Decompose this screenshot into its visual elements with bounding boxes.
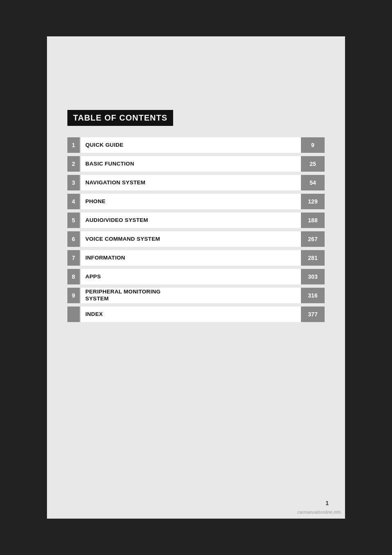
toc-row: 2BASIC FUNCTION25 [67, 156, 325, 172]
toc-entry-label[interactable]: INFORMATION [80, 250, 301, 266]
watermark: carmanualsonline.info [297, 510, 341, 515]
toc-entry-page: 188 [301, 213, 325, 228]
toc-entry-page: 316 [301, 288, 325, 303]
toc-entry-page: 9 [301, 137, 325, 153]
toc-entry-page: 25 [301, 156, 325, 172]
toc-title: TABLE OF CONTENTS [67, 110, 173, 126]
toc-entry-page: 54 [301, 175, 325, 190]
toc-entry-page: 267 [301, 231, 325, 247]
toc-entry-page: 377 [301, 307, 325, 322]
toc-entry-number: 7 [67, 250, 80, 266]
toc-row: 5AUDIO/VIDEO SYSTEM188 [67, 213, 325, 228]
toc-entry-label[interactable]: PERIPHERAL MONITORINGSYSTEM [80, 288, 301, 303]
toc-entry-number: 4 [67, 194, 80, 209]
toc-list: 1QUICK GUIDE92BASIC FUNCTION253NAVIGATIO… [67, 137, 325, 322]
toc-entry-number: 5 [67, 213, 80, 228]
toc-row: 9PERIPHERAL MONITORINGSYSTEM316 [67, 288, 325, 303]
toc-entry-label[interactable]: QUICK GUIDE [80, 137, 301, 153]
toc-row: 6VOICE COMMAND SYSTEM267 [67, 231, 325, 247]
toc-entry-label[interactable]: VOICE COMMAND SYSTEM [80, 231, 301, 247]
toc-row: 3NAVIGATION SYSTEM54 [67, 175, 325, 190]
toc-entry-label[interactable]: APPS [80, 269, 301, 284]
toc-entry-page: 281 [301, 250, 325, 266]
toc-entry-number: 3 [67, 175, 80, 190]
toc-entry-number: 6 [67, 231, 80, 247]
toc-entry-number: 1 [67, 137, 80, 153]
toc-row: 8APPS303 [67, 269, 325, 284]
toc-entry-number: 8 [67, 269, 80, 284]
toc-entry-label[interactable]: INDEX [80, 307, 301, 322]
toc-entry-number: 9 [67, 288, 80, 303]
toc-entry-label[interactable]: BASIC FUNCTION [80, 156, 301, 172]
toc-entry-label[interactable]: AUDIO/VIDEO SYSTEM [80, 213, 301, 228]
toc-entry-page: 129 [301, 194, 325, 209]
page-number: 1 [325, 500, 329, 506]
page-content: TABLE OF CONTENTS 1QUICK GUIDE92BASIC FU… [47, 36, 345, 519]
toc-row: 4PHONE129 [67, 194, 325, 209]
toc-entry-label[interactable]: NAVIGATION SYSTEM [80, 175, 301, 190]
toc-entry-label[interactable]: PHONE [80, 194, 301, 209]
toc-row: 7INFORMATION281 [67, 250, 325, 266]
toc-entry-number: 2 [67, 156, 80, 172]
toc-row: INDEX377 [67, 307, 325, 322]
toc-entry-number [67, 307, 80, 322]
toc-row: 1QUICK GUIDE9 [67, 137, 325, 153]
toc-entry-page: 303 [301, 269, 325, 284]
